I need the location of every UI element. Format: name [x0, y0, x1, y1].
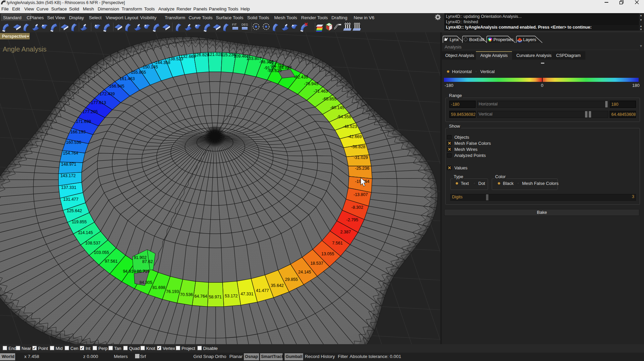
svg-text:131.477: 131.477	[63, 197, 78, 202]
svg-text:-172.439: -172.439	[98, 92, 115, 96]
svg-text:-8.302: -8.302	[351, 205, 363, 210]
svg-text:24.145: 24.145	[298, 270, 311, 274]
svg-text:-48.523: -48.523	[343, 124, 357, 129]
svg-text:Angle Analysis: Angle Analysis	[3, 45, 46, 53]
svg-text:7.561: 7.561	[332, 241, 343, 245]
svg-text:47.331: 47.331	[240, 292, 253, 296]
svg-text:-36.828: -36.828	[351, 144, 365, 149]
svg-text:-76.945: -76.945	[304, 81, 318, 86]
svg-text:29.855: 29.855	[285, 277, 298, 282]
svg-text:126.828: 126.828	[194, 53, 209, 57]
svg-text:-161.463: -161.463	[118, 76, 135, 81]
svg-text:FIT: FIT	[232, 23, 237, 26]
svg-text:-88.629: -88.629	[267, 68, 282, 73]
svg-text:-54.358: -54.358	[337, 114, 351, 119]
svg-text:-166.945: -166.945	[108, 84, 124, 89]
svg-text:87.62: 87.62	[142, 259, 153, 264]
svg-text:58.971: 58.971	[209, 295, 222, 299]
svg-text:DEG: DEG	[242, 23, 248, 26]
svg-text:81.698: 81.698	[153, 285, 165, 290]
svg-text:70.536: 70.536	[180, 292, 193, 297]
svg-text:166.193: 166.193	[70, 130, 86, 134]
svg-text:53.172: 53.172	[225, 294, 237, 298]
svg-text:154.764: 154.764	[63, 151, 78, 156]
svg-text:160.536: 160.536	[66, 140, 81, 145]
svg-text:13.055: 13.055	[321, 252, 334, 256]
svg-text:Perspective: Perspective	[2, 34, 27, 39]
svg-text:35.642: 35.642	[271, 283, 284, 288]
svg-text:86.719: 86.719	[137, 269, 150, 274]
svg-text:-2.795: -2.795	[346, 218, 358, 222]
svg-text:-71.463: -71.463	[314, 89, 328, 94]
svg-text:-155.855: -155.855	[129, 70, 146, 75]
svg-text:119.855: 119.855	[72, 220, 87, 224]
svg-text:132.669: 132.669	[181, 54, 196, 59]
svg-text:2.387: 2.387	[340, 230, 351, 234]
svg-text:76.193: 76.193	[166, 289, 179, 294]
svg-text:-13.807: -13.807	[353, 192, 367, 197]
svg-text:64.764: 64.764	[194, 294, 207, 299]
svg-text:171.698: 171.698	[76, 119, 91, 124]
svg-text:94.918: 94.918	[123, 269, 136, 274]
svg-text:-60.145: -60.145	[330, 105, 344, 110]
svg-text:177.205: 177.205	[83, 109, 98, 114]
svg-text:97.561: 97.561	[105, 259, 118, 264]
svg-text:-42.669: -42.669	[348, 134, 362, 139]
svg-text:-31.029: -31.029	[354, 155, 368, 160]
svg-text:125.642: 125.642	[67, 208, 82, 213]
svg-text:148.971: 148.971	[61, 162, 76, 167]
svg-text:18.537: 18.537	[310, 261, 323, 266]
svg-text:108.537: 108.537	[85, 241, 100, 245]
svg-text:-82.439: -82.439	[294, 75, 308, 79]
svg-text:41.477: 41.477	[256, 288, 269, 293]
svg-text:114.145: 114.145	[78, 230, 93, 235]
svg-text:-177.613: -177.613	[90, 100, 106, 105]
svg-text:103.055: 103.055	[94, 250, 109, 255]
svg-text:143.172: 143.172	[60, 173, 75, 178]
svg-text:137.331: 137.331	[61, 185, 76, 190]
svg-text:-150.145: -150.145	[141, 65, 158, 69]
svg-text:-65.855: -65.855	[322, 97, 336, 101]
svg-text:-25.236: -25.236	[355, 166, 369, 171]
svg-text:84.305: 84.305	[139, 280, 152, 285]
